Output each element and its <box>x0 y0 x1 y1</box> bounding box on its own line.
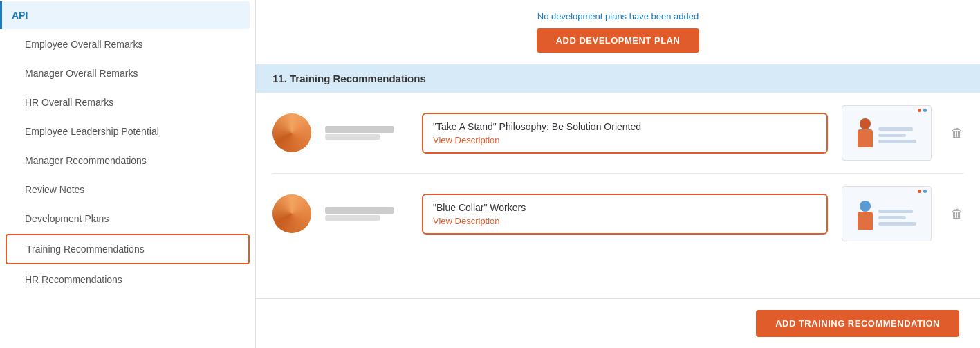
meta-line-2 <box>325 215 380 221</box>
sidebar-item-api[interactable]: API <box>0 1 250 29</box>
avatar <box>272 194 311 233</box>
thumb-line <box>878 210 913 213</box>
person-head <box>860 118 871 129</box>
item-meta <box>325 207 408 221</box>
thumb-lines <box>878 127 916 143</box>
sidebar-item-label: Employee Leadership Potential <box>25 126 159 137</box>
thumbnail-person <box>858 201 873 230</box>
add-development-plan-button[interactable]: ADD DEVELOPMENT PLAN <box>537 28 700 53</box>
section-header: 11. Training Recommendations <box>256 64 980 93</box>
sidebar-item-label: HR Overall Remarks <box>25 97 113 108</box>
sidebar-item-hr-overall-remarks[interactable]: HR Overall Remarks <box>6 89 250 116</box>
sidebar-item-label: Training Recommendations <box>26 244 145 255</box>
view-description-link[interactable]: View Description <box>433 216 817 226</box>
avatar <box>272 113 311 152</box>
meta-line-1 <box>325 207 394 214</box>
thumb-line <box>878 140 916 143</box>
item-meta <box>325 126 408 140</box>
thumbnail-dots <box>918 109 927 112</box>
sidebar-item-manager-recommendations[interactable]: Manager Recommendations <box>6 147 250 174</box>
delete-icon[interactable]: 🗑 <box>951 126 963 140</box>
avatar-image <box>272 113 311 152</box>
thumb-line <box>878 134 906 137</box>
dot-red <box>918 109 921 112</box>
sidebar-item-label: Review Notes <box>25 184 84 195</box>
dot-blue <box>923 109 927 112</box>
sidebar: API Employee Overall Remarks Manager Ove… <box>0 0 256 348</box>
sidebar-item-label: API <box>12 10 28 21</box>
sidebar-item-label: Employee Overall Remarks <box>25 39 142 50</box>
item-info-box: "Blue Collar" Workers View Description <box>422 194 828 235</box>
sidebar-item-manager-overall-remarks[interactable]: Manager Overall Remarks <box>6 59 250 87</box>
thumbnail-dots <box>918 190 927 193</box>
thumbnail <box>842 105 932 161</box>
training-item: "Take A Stand" Philosophy: Be Solution O… <box>272 93 963 174</box>
main-content: No development plans have been added ADD… <box>256 0 980 348</box>
avatar-image <box>272 194 311 233</box>
training-list: "Take A Stand" Philosophy: Be Solution O… <box>256 93 980 254</box>
thumb-line <box>878 127 913 131</box>
sidebar-item-hr-recommendations[interactable]: HR Recommendations <box>6 266 250 293</box>
meta-line-2 <box>325 134 380 140</box>
add-training-recommendation-button[interactable]: ADD TRAINING RECOMMENDATION <box>756 310 959 337</box>
training-item: "Blue Collar" Workers View Description <box>272 174 963 254</box>
dot-red <box>918 190 921 193</box>
view-description-link[interactable]: View Description <box>433 135 817 145</box>
sidebar-item-training-recommendations[interactable]: Training Recommendations <box>6 234 250 264</box>
thumbnail-figure <box>858 118 916 147</box>
thumbnail-figure <box>858 198 916 230</box>
dev-plan-section: No development plans have been added ADD… <box>256 0 980 64</box>
delete-icon[interactable]: 🗑 <box>951 207 963 221</box>
thumbnail <box>842 186 932 241</box>
person-body <box>858 212 873 230</box>
dot-blue <box>923 190 927 193</box>
sidebar-item-label: Development Plans <box>25 213 109 224</box>
thumb-line <box>878 216 906 219</box>
sidebar-item-label: Manager Recommendations <box>25 155 147 166</box>
bottom-bar: ADD TRAINING RECOMMENDATION <box>256 298 980 348</box>
sidebar-item-employee-overall-remarks[interactable]: Employee Overall Remarks <box>6 30 250 58</box>
sidebar-item-development-plans[interactable]: Development Plans <box>6 205 250 232</box>
thumb-lines <box>878 210 916 226</box>
thumbnail-person <box>858 118 873 147</box>
item-title: "Blue Collar" Workers <box>433 202 817 213</box>
sidebar-item-label: Manager Overall Remarks <box>25 68 138 79</box>
meta-line-1 <box>325 126 394 133</box>
person-body <box>858 129 873 147</box>
thumb-line <box>878 222 916 226</box>
no-plans-text: No development plans have been added <box>537 11 699 21</box>
person-head <box>860 201 871 212</box>
sidebar-item-employee-leadership-potential[interactable]: Employee Leadership Potential <box>6 118 250 145</box>
item-title: "Take A Stand" Philosophy: Be Solution O… <box>433 121 817 132</box>
sidebar-item-label: HR Recommendations <box>25 274 122 285</box>
item-info-box: "Take A Stand" Philosophy: Be Solution O… <box>422 113 828 154</box>
sidebar-item-review-notes[interactable]: Review Notes <box>6 176 250 203</box>
